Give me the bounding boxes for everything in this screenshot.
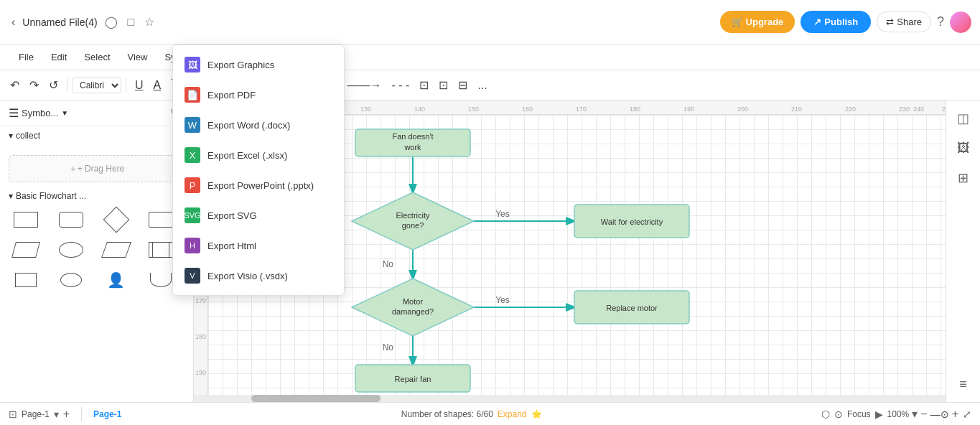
right-panel-expand-button[interactable]: ≡ [955,373,971,396]
upgrade-button[interactable]: 🛒 Upgrade [720,11,795,33]
arrow-style-button[interactable]: ——→ [343,76,386,95]
export-excel-item[interactable]: X Export Excel (.xlsx) [173,140,344,170]
top-bar-left: ‹ Unnamed File(4) ◯ □ ☆ [9,12,714,32]
more-tools-button[interactable]: ... [473,76,491,95]
svg-text:damanged?: damanged? [392,307,434,316]
export-graphics-icon: 🖼 [185,57,200,73]
export-word-icon: W [185,117,200,133]
shape-parallelogram[interactable] [9,237,43,263]
sidebar: ☰ Symbo... ▼ 🔍 ▾ collect ＋ + Drag Here ▾… [0,101,194,402]
drag-plus-icon: ＋ [69,163,78,175]
font-select[interactable]: Calibri [72,78,121,93]
export-graphics-label: Export Graphics [207,60,274,70]
toolbar-separator-2 [126,78,126,93]
font-color-button[interactable]: A [149,76,166,95]
svg-text:Replace motor: Replace motor [606,304,658,312]
export-graphics-item[interactable]: 🖼 Export Graphics [173,50,344,80]
export-pptx-item[interactable]: P Export PowerPoint (.pptx) [173,170,344,200]
undo-button[interactable]: ↶ [6,75,24,95]
file-title: Unnamed File(4) [22,17,97,28]
export-word-item[interactable]: W Export Word (.docx) [173,110,344,140]
export-visio-label: Export Visio (.vsdx) [207,271,288,281]
export-visio-icon: V [185,268,200,284]
publish-button[interactable]: ↗ Publish [801,11,871,33]
focus-mode-button[interactable]: ⊙ [834,408,843,420]
export-pdf-item[interactable]: 📄 Export PDF [173,80,344,110]
star-icon-button[interactable]: ☆ [141,12,157,32]
right-panel-format-button[interactable]: ◫ [953,106,974,131]
shape-rounded-rect[interactable] [54,207,88,233]
shape-rectangle[interactable] [9,207,43,233]
ruler-mark-190: 190 [682,106,696,114]
scrollbar-thumb[interactable] [251,395,381,402]
underline-button[interactable]: U [131,76,148,95]
expand-link[interactable]: Expand [498,409,527,419]
export-html-item[interactable]: H Export Html [173,230,344,261]
zoom-slider[interactable]: —⊙ [930,408,949,420]
zoom-out-button[interactable]: − [920,408,927,421]
sidebar-chevron-icon: ▼ [61,109,68,117]
svg-text:work: work [403,143,421,151]
line-pattern-button[interactable]: - - - [388,76,414,95]
collect-toggle[interactable]: ▾ collect [9,131,185,141]
page-add-button[interactable]: + [63,408,70,421]
export-dropdown-menu: 🖼 Export Graphics 📄 Export PDF W Export … [172,45,345,296]
svg-text:Electricity: Electricity [396,211,430,220]
menu-select[interactable]: Select [77,49,117,65]
align-right-button[interactable]: ⊡ [434,75,452,95]
sidebar-header: ☰ Symbo... ▼ 🔍 [0,101,193,126]
shape-diamond[interactable] [99,207,134,233]
shape-small-2[interactable] [54,267,88,293]
export-svg-item[interactable]: SVG Export SVG [173,200,344,230]
share-icon: ⇄ [886,17,894,27]
menu-file[interactable]: File [11,49,41,65]
save-icon-button[interactable]: ◯ [102,12,121,32]
scrollbar-horizontal[interactable] [194,395,946,402]
status-bar: ⊡ Page-1 ▾ + Page-1 Number of shapes: 6/… [0,402,980,425]
align-left-button[interactable]: ⊡ [415,75,433,95]
shape-person[interactable]: 👤 [99,267,134,293]
svg-text:Wait for electricity: Wait for electricity [601,218,663,226]
drag-here-area[interactable]: ＋ + Drag Here [9,155,185,182]
main-layout: ☰ Symbo... ▼ 🔍 ▾ collect ＋ + Drag Here ▾… [0,101,980,402]
export-svg-label: Export SVG [207,210,257,221]
collect-chevron-icon: ▾ [9,131,13,141]
share-button[interactable]: ⇄ Share [877,11,931,32]
upgrade-cart-icon: 🛒 [732,17,743,27]
svg-text:Motor: Motor [403,297,423,306]
top-bar: ‹ Unnamed File(4) ◯ □ ☆ 🛒 Upgrade ↗ Publ… [0,0,980,45]
zoom-area: 100% ▾ − —⊙ + [887,407,958,421]
toolbar: ↶ ↷ ↺ Calibri U A T+ ≡ ⇄ T ◇ ✎ ⌐ ——— ——→… [0,70,980,101]
ruler-mark-240: 240 [912,106,925,114]
menu-edit[interactable]: Edit [44,49,74,65]
right-panel-grid-button[interactable]: ⊞ [953,166,973,190]
export-visio-item[interactable]: V Export Visio (.vsdx) [173,261,344,291]
play-button[interactable]: ▶ [875,408,883,420]
fullscreen-button[interactable]: ⤢ [963,408,971,420]
share-file-icon-button[interactable]: □ [125,13,138,32]
zoom-in-button[interactable]: + [952,408,958,421]
reset-button[interactable]: ↺ [45,75,62,95]
menu-view[interactable]: View [121,49,155,65]
ruler-mark-180: 180 [628,106,642,114]
page-tab-1[interactable]: Page-1 [93,409,121,419]
redo-button[interactable]: ↷ [25,75,43,95]
zoom-dropdown-button[interactable]: ▾ [912,407,918,421]
layers-button[interactable]: ⬡ [821,408,830,420]
sidebar-title-button[interactable]: ☰ Symbo... ▼ [9,106,68,120]
shape-small-1[interactable] [9,267,43,293]
drag-label: + Drag Here [78,164,125,174]
ruler-mark-150: 150 [467,106,480,114]
basic-flowchart-toggle[interactable]: ▾ Basic Flowchart ... [9,191,185,201]
help-button[interactable]: ? [937,14,944,29]
back-nav-button[interactable]: ‹ [9,13,18,32]
page-layout-button[interactable]: ⊡ [9,408,17,420]
shape-io[interactable] [99,237,134,263]
zoom-level: 100% [887,409,910,419]
right-panel-image-button[interactable]: 🖼 [953,136,974,160]
distribute-button[interactable]: ⊟ [454,75,472,95]
shape-ellipse[interactable] [54,237,88,263]
page-dropdown-button[interactable]: ▾ [54,408,59,420]
avatar-button[interactable] [950,11,971,33]
export-pdf-label: Export PDF [207,90,256,101]
